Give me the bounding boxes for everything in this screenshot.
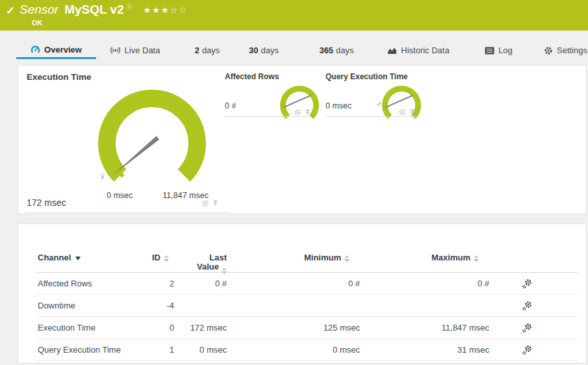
status-badge: OK <box>32 19 43 27</box>
live-icon <box>110 46 121 55</box>
tab-number: 365 <box>319 45 333 55</box>
gear-icon <box>544 46 553 55</box>
gauge-title-query-execution-time: Query Execution Time <box>326 72 408 81</box>
divider <box>25 212 231 213</box>
column-label: ID <box>152 253 160 262</box>
divider <box>326 116 417 117</box>
channel-minimum: 0 # <box>227 279 360 288</box>
tab-label: Overview <box>44 45 82 55</box>
channel-name[interactable]: Affected Rows <box>38 279 135 288</box>
table-row-downtime: Downtime -4 <box>36 295 578 317</box>
tab-2-days[interactable]: 2 days <box>187 42 227 59</box>
channel-settings-icon[interactable] <box>522 279 532 289</box>
column-header-minimum[interactable]: Minimum <box>227 253 360 274</box>
log-icon <box>485 47 494 55</box>
table-row-affected-rows: Affected Rows 2 0 # 0 # 0 # <box>36 273 578 295</box>
channel-id: -4 <box>135 301 174 310</box>
gauge-needle <box>112 136 159 176</box>
column-header-channel[interactable]: Channel <box>38 253 135 274</box>
sort-icon <box>474 255 479 262</box>
gear-icon[interactable] <box>294 108 301 116</box>
sort-icon <box>344 255 350 262</box>
tab-365-days[interactable]: 365 days <box>314 42 359 59</box>
column-header-last-value[interactable]: Last Value <box>174 253 227 274</box>
channel-minimum: 0 msec <box>227 345 360 355</box>
channel-id: 2 <box>135 279 174 288</box>
chart-icon <box>387 46 397 55</box>
gauge-title-execution-time: Execution Time <box>27 72 92 82</box>
tab-number: 30 <box>249 45 258 55</box>
channel-id: 0 <box>135 323 174 333</box>
channel-settings-icon[interactable] <box>522 323 532 333</box>
channel-name[interactable]: Execution Time <box>38 323 135 333</box>
channel-name[interactable]: Query Execution Time <box>38 345 135 355</box>
channel-last-value: 0 # <box>174 279 227 288</box>
gauges-panel: Execution Time x̄ 0 msec 11,847 msec 172… <box>18 65 587 214</box>
channel-last-value: 172 msec <box>174 323 227 333</box>
gear-icon[interactable] <box>201 199 209 207</box>
tab-label: days <box>336 45 353 55</box>
gear-icon[interactable] <box>398 108 406 116</box>
channel-id: 1 <box>135 345 174 355</box>
column-label: Channel <box>38 253 71 262</box>
tab-overview[interactable]: Overview <box>16 42 96 59</box>
execution-time-gauge <box>95 84 225 207</box>
affected-rows-gauge <box>278 82 321 125</box>
table-row-execution-time: Execution Time 0 172 msec 125 msec 11,84… <box>36 317 578 339</box>
tab-label: days <box>202 45 220 55</box>
channel-minimum: 125 msec <box>227 323 360 333</box>
tab-log[interactable]: Log <box>481 42 517 59</box>
gauge-title-affected-rows: Affected Rows <box>225 72 279 81</box>
gauge-actions <box>294 108 311 116</box>
sort-desc-icon <box>75 257 81 260</box>
tab-label: days <box>261 45 279 55</box>
channel-settings-icon[interactable] <box>522 345 532 355</box>
sensor-type-label: Sensor <box>19 3 58 17</box>
tab-number: 2 <box>195 45 199 55</box>
status-check-icon: ✓ <box>6 4 15 18</box>
tab-settings[interactable]: Settings <box>541 42 588 59</box>
query-execution-time-value: 0 msec <box>326 101 352 110</box>
table-header-row: Channel ID Last Value Minimum Maximum <box>36 253 578 274</box>
tab-label: Settings <box>557 45 587 55</box>
channel-maximum: 11,847 msec <box>360 323 489 333</box>
tab-label: Historic Data <box>401 45 449 55</box>
gauge-icon <box>31 45 40 54</box>
flag-icon[interactable]: ⚐ <box>127 3 133 12</box>
channel-maximum: 0 # <box>360 279 489 288</box>
divider <box>225 116 311 117</box>
channels-panel: Channel ID Last Value Minimum Maximum Af… <box>18 223 587 364</box>
channel-last-value: 0 msec <box>174 345 227 355</box>
pin-icon[interactable] <box>212 200 219 207</box>
stars-filled[interactable]: ★★★ <box>144 5 170 15</box>
tab-label: Log <box>498 45 513 55</box>
gauge-min-label: 0 msec <box>107 191 133 200</box>
average-marker: x̄ <box>101 173 105 181</box>
table-row-query-execution-time: Query Execution Time 1 0 msec 0 msec 31 … <box>36 339 578 361</box>
channel-maximum: 31 msec <box>360 345 489 355</box>
sensor-name: MySQL v2 <box>64 3 124 17</box>
channel-settings-icon[interactable] <box>522 301 532 311</box>
pin-icon[interactable] <box>304 109 311 116</box>
channel-table-body: Affected Rows 2 0 # 0 # 0 # Downtime -4 … <box>36 273 578 361</box>
stars-empty[interactable]: ☆☆ <box>170 5 188 15</box>
tab-bar: Overview Live Data 2 days 30 days 365 da… <box>0 31 588 65</box>
column-header-maximum[interactable]: Maximum <box>360 253 489 274</box>
channel-name[interactable]: Downtime <box>38 301 135 310</box>
affected-rows-value: 0 # <box>225 101 236 110</box>
sensor-header: ✓ Sensor MySQL v2 ⚐ ★★★☆☆ OK <box>0 0 588 31</box>
tab-live-data[interactable]: Live Data <box>104 42 166 59</box>
gauge-actions <box>201 199 219 207</box>
sensor-title-row: Sensor MySQL v2 ⚐ ★★★☆☆ <box>19 3 188 17</box>
column-header-id[interactable]: ID <box>135 253 174 274</box>
gauge-max-label: 11,847 msec <box>162 191 209 200</box>
priority-stars[interactable]: ★★★☆☆ <box>144 5 188 15</box>
tab-label: Live Data <box>125 45 160 55</box>
sort-icon <box>164 255 169 262</box>
column-label: Minimum <box>304 253 341 262</box>
gauge-actions <box>398 108 416 116</box>
pin-icon[interactable] <box>409 109 416 116</box>
column-label: Maximum <box>431 253 470 262</box>
tab-30-days[interactable]: 30 days <box>242 42 286 59</box>
tab-historic-data[interactable]: Historic Data <box>382 42 455 59</box>
